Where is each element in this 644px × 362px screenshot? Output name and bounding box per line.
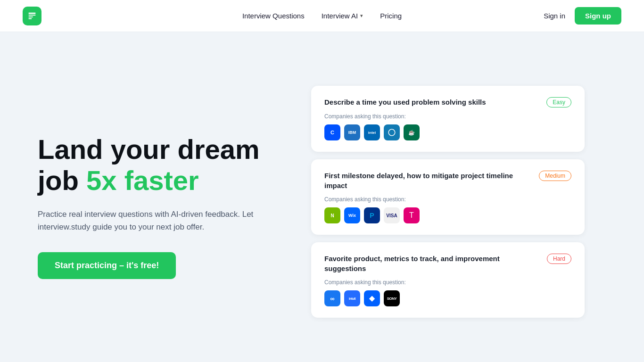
- nav-links: Interview Questions Interview AI ▾ Prici…: [242, 12, 402, 20]
- card-2-difficulty: Medium: [539, 171, 571, 181]
- question-card-2[interactable]: First milestone delayed, how to mitigate…: [311, 159, 585, 235]
- logo-paypal: P: [364, 207, 380, 223]
- hero-title-highlight: 5x faster: [86, 165, 199, 196]
- card-3-question: Favorite product, metrics to track, and …: [324, 254, 547, 273]
- logo-icon: [27, 11, 37, 21]
- logo-chase: [384, 124, 400, 140]
- logo-ibm: IBM: [344, 124, 360, 140]
- sign-in-link[interactable]: Sign in: [544, 12, 565, 20]
- question-card-3[interactable]: Favorite product, metrics to track, and …: [311, 242, 585, 318]
- chevron-down-icon: ▾: [360, 13, 363, 19]
- logo-sony: SONY: [384, 290, 400, 306]
- card-3-difficulty: Hard: [547, 254, 571, 264]
- sign-up-button[interactable]: Sign up: [575, 7, 621, 25]
- logo-intuit: intuit: [344, 290, 360, 306]
- hero-title-line1: Land your dream: [38, 134, 260, 165]
- logo-dropbox: ◆: [364, 290, 380, 306]
- navbar: Interview Questions Interview AI ▾ Prici…: [0, 0, 644, 32]
- logo-coinbase: C: [324, 124, 340, 140]
- card-3-companies-label: Companies asking this question:: [324, 279, 571, 286]
- logo-nvidia: N: [324, 207, 340, 223]
- hero-title: Land your dream job 5x faster: [38, 134, 283, 197]
- nav-interview-questions[interactable]: Interview Questions: [242, 12, 305, 20]
- card-1-company-logos: C IBM intel ☕: [324, 124, 571, 140]
- logo-wix: Wix: [344, 207, 360, 223]
- logo[interactable]: [23, 7, 41, 25]
- logo-intel: intel: [364, 124, 380, 140]
- card-1-question: Describe a time you used problem solving…: [324, 97, 546, 107]
- hero-subtitle: Practice real interview questions with A…: [38, 208, 264, 233]
- question-card-1[interactable]: Describe a time you used problem solving…: [311, 86, 585, 152]
- nav-interview-ai[interactable]: Interview AI ▾: [322, 12, 363, 20]
- cta-button[interactable]: Start practicing – it's free!: [38, 252, 176, 279]
- card-3-header: Favorite product, metrics to track, and …: [324, 254, 571, 273]
- logo-starbucks: ☕: [404, 124, 420, 140]
- card-2-company-logos: N Wix P VISA T: [324, 207, 571, 223]
- nav-actions: Sign in Sign up: [544, 7, 621, 25]
- card-3-company-logos: ∞ intuit ◆ SONY: [324, 290, 571, 306]
- logo-tmobile: T: [404, 207, 420, 223]
- card-2-companies-label: Companies asking this question:: [324, 196, 571, 203]
- logo-visa: VISA: [384, 207, 400, 223]
- card-1-companies-label: Companies asking this question:: [324, 113, 571, 120]
- card-2-header: First milestone delayed, how to mitigate…: [324, 171, 571, 190]
- hero-title-line2-plain: job: [38, 165, 86, 196]
- main-content: Land your dream job 5x faster Practice r…: [0, 32, 644, 362]
- nav-interview-ai-label: Interview AI: [322, 12, 358, 20]
- nav-pricing[interactable]: Pricing: [380, 12, 402, 20]
- card-1-header: Describe a time you used problem solving…: [324, 97, 571, 107]
- logo-meta: ∞: [324, 290, 340, 306]
- card-2-question: First milestone delayed, how to mitigate…: [324, 171, 539, 190]
- question-cards: Describe a time you used problem solving…: [311, 86, 585, 318]
- card-1-difficulty: Easy: [546, 97, 571, 107]
- hero-section: Land your dream job 5x faster Practice r…: [38, 124, 283, 280]
